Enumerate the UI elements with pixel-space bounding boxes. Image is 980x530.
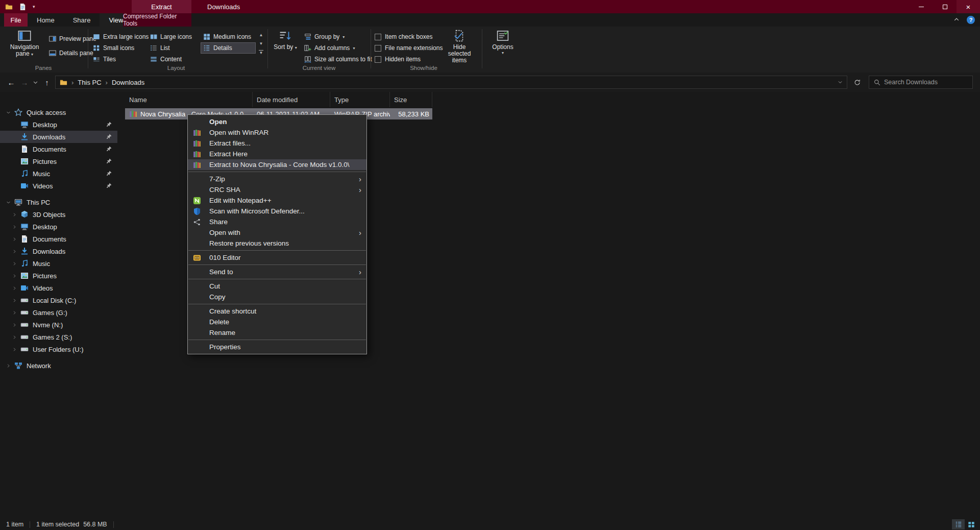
layout-details[interactable]: Details — [201, 43, 255, 53]
menu-item-scan-with-microsoft-defender[interactable]: Scan with Microsoft Defender... — [188, 206, 366, 216]
navigation-pane-icon — [17, 29, 32, 42]
file-name-extensions-checkbox[interactable]: File name extensions — [375, 43, 443, 53]
menu-item-edit-with-notepad-plus-plus[interactable]: Edit with Notepad++ — [188, 195, 366, 206]
breadcrumb-downloads[interactable]: Downloads — [112, 79, 144, 86]
minimize-button[interactable] — [910, 0, 933, 13]
navigation-pane-button[interactable]: Navigation pane ▾ — [3, 28, 46, 68]
menu-item-create-shortcut[interactable]: Create shortcut — [188, 306, 366, 317]
gallery-scroll-down-button[interactable]: ▼ — [257, 40, 265, 47]
size-all-columns-button[interactable]: Size all columns to fit — [304, 54, 372, 64]
refresh-button[interactable] — [851, 77, 863, 87]
help-button[interactable]: ? — [967, 16, 975, 24]
sidebar-item-quick-access[interactable]: Quick access — [0, 106, 117, 118]
sidebar-item-nvme-n[interactable]: Nvme (N:) — [0, 319, 117, 331]
menu-item-7-zip[interactable]: 7-Zip › — [188, 174, 366, 184]
menu-item-properties[interactable]: Properties — [188, 342, 366, 352]
downloads-icon — [20, 133, 29, 141]
menu-item-extract-to-folder[interactable]: Extract to Nova Chrysalia - Core Mods v1… — [188, 159, 366, 170]
sidebar-item-pc-downloads[interactable]: Downloads — [0, 245, 117, 257]
maximize-button[interactable] — [933, 0, 957, 13]
close-button[interactable]: × — [957, 0, 980, 13]
up-button[interactable]: ↑ — [41, 76, 53, 88]
menu-item-copy[interactable]: Copy — [188, 292, 366, 302]
sidebar-item-pc-documents[interactable]: Documents — [0, 233, 117, 245]
sidebar-item-3d-objects[interactable]: 3D Objects — [0, 208, 117, 221]
address-field[interactable]: › This PC › Downloads — [55, 76, 847, 89]
breadcrumb-this-pc[interactable]: This PC — [78, 79, 101, 86]
sidebar-item-games-g[interactable]: Games (G:) — [0, 306, 117, 319]
sidebar-item-local-disk-c[interactable]: Local Disk (C:) — [0, 294, 117, 306]
search-input[interactable] — [884, 79, 961, 86]
preview-pane-button[interactable]: Preview pane — [49, 34, 96, 44]
sidebar-item-documents[interactable]: Documents — [0, 143, 117, 155]
tab-home[interactable]: Home — [28, 13, 64, 27]
sidebar-item-user-folders-u[interactable]: User Folders (U:) — [0, 343, 117, 355]
properties-icon[interactable] — [19, 3, 27, 11]
sort-by-button[interactable]: Sort by ▾ — [271, 28, 300, 68]
layout-large-icons[interactable]: Large icons — [148, 32, 194, 42]
sidebar-item-desktop[interactable]: Desktop — [0, 118, 117, 131]
back-button[interactable]: ← — [5, 76, 17, 88]
gallery-more-button[interactable]: ▼ — [257, 49, 265, 56]
item-check-boxes-checkbox[interactable]: Item check boxes — [375, 32, 432, 42]
address-dropdown-button[interactable] — [838, 79, 843, 86]
sidebar-item-pc-desktop[interactable]: Desktop — [0, 221, 117, 233]
quick-access-toolbar: ▾ — [0, 3, 35, 11]
menu-item-restore-previous-versions[interactable]: Restore previous versions — [188, 238, 366, 249]
column-header-name[interactable]: Name — [125, 92, 253, 107]
sidebar-item-pc-videos[interactable]: Videos — [0, 282, 117, 294]
column-header-size[interactable]: Size — [390, 92, 432, 107]
menu-item-010-editor[interactable]: 010 Editor — [188, 252, 366, 263]
collapse-ribbon-button[interactable] — [953, 15, 960, 25]
search-box[interactable] — [869, 76, 973, 89]
sidebar-item-videos[interactable]: Videos — [0, 180, 117, 192]
sidebar-item-music[interactable]: Music — [0, 167, 117, 180]
menu-item-open[interactable]: Open — [188, 116, 366, 127]
chevron-right-icon — [12, 310, 17, 315]
layout-medium-icons[interactable]: Medium icons — [201, 32, 253, 42]
column-header-type[interactable]: Type — [330, 92, 390, 107]
menu-item-crc-sha[interactable]: CRC SHA › — [188, 184, 366, 195]
menu-item-open-with-winrar[interactable]: Open with WinRAR — [188, 127, 366, 138]
sidebar-item-pc-music[interactable]: Music — [0, 257, 117, 270]
videos-icon — [20, 182, 29, 190]
options-button[interactable]: Options ▾ — [486, 28, 520, 68]
column-header-date-modified[interactable]: Date modified — [253, 92, 330, 107]
sidebar-item-pictures[interactable]: Pictures — [0, 155, 117, 167]
tab-file[interactable]: File — [4, 13, 28, 27]
menu-item-send-to[interactable]: Send to › — [188, 267, 366, 277]
downloads-icon — [20, 247, 29, 255]
recent-locations-button[interactable] — [31, 76, 40, 88]
gallery-scroll-up-button[interactable]: ▲ — [257, 31, 265, 38]
sidebar-item-network[interactable]: Network — [0, 359, 117, 372]
details-view-button[interactable] — [952, 519, 965, 529]
forward-button[interactable]: → — [18, 76, 31, 88]
menu-item-share[interactable]: Share — [188, 216, 366, 227]
hide-selected-items-button[interactable]: Hide selected items — [440, 28, 479, 68]
group-by-button[interactable]: Group by ▾ — [304, 32, 345, 42]
tab-share[interactable]: Share — [64, 13, 100, 27]
sidebar-item-games-2-s[interactable]: Games 2 (S:) — [0, 331, 117, 343]
layout-extra-large-icons[interactable]: Extra large icons — [91, 32, 151, 42]
menu-item-extract-here[interactable]: Extract Here — [188, 149, 366, 159]
layout-small-icons[interactable]: Small icons — [91, 43, 136, 53]
large-icons-view-button[interactable] — [965, 519, 977, 529]
menu-item-delete[interactable]: Delete — [188, 317, 366, 327]
add-columns-button[interactable]: Add columns ▾ — [304, 43, 355, 53]
tab-compressed-folder-tools[interactable]: Compressed Folder Tools — [123, 13, 191, 27]
titlebar-contextual-tab[interactable]: Extract — [132, 0, 191, 13]
group-separator — [267, 29, 268, 68]
layout-content[interactable]: Content — [148, 54, 184, 64]
menu-item-extract-files[interactable]: Extract files... — [188, 138, 366, 149]
layout-tiles[interactable]: Tiles — [91, 54, 118, 64]
layout-list[interactable]: List — [148, 43, 172, 53]
sidebar-item-this-pc[interactable]: This PC — [0, 196, 117, 208]
hidden-items-checkbox[interactable]: Hidden items — [375, 54, 421, 64]
customize-quick-access-icon[interactable]: ▾ — [33, 4, 35, 9]
sidebar-item-downloads[interactable]: Downloads — [0, 131, 117, 143]
sidebar-item-pc-pictures[interactable]: Pictures — [0, 270, 117, 282]
details-pane-button[interactable]: Details pane — [49, 48, 93, 58]
menu-item-open-with[interactable]: Open with › — [188, 227, 366, 238]
menu-item-rename[interactable]: Rename — [188, 327, 366, 338]
menu-item-cut[interactable]: Cut — [188, 281, 366, 292]
